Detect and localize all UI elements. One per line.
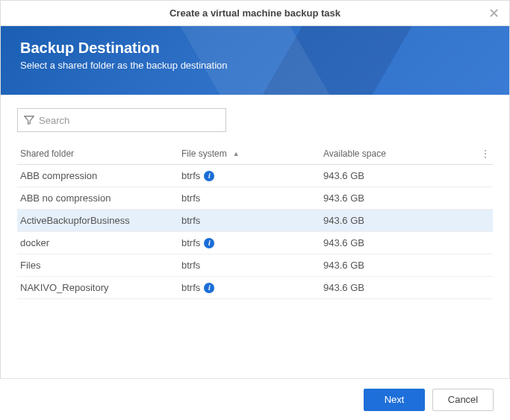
table-body: ABB compressionbtrfsi943.6 GBABB no comp… bbox=[17, 165, 493, 299]
cell-file-system: btrfs bbox=[181, 215, 323, 226]
cell-available-space: 943.6 GB bbox=[323, 282, 478, 293]
cell-shared-folder: docker bbox=[17, 237, 181, 248]
cell-file-system: btrfsi bbox=[181, 170, 323, 181]
cell-file-system: btrfsi bbox=[181, 282, 323, 293]
table-row[interactable]: ActiveBackupforBusinessbtrfs943.6 GB bbox=[17, 210, 493, 232]
cancel-button[interactable]: Cancel bbox=[432, 389, 494, 411]
search-box[interactable] bbox=[17, 108, 226, 132]
page-subtitle: Select a shared folder as the backup des… bbox=[20, 60, 490, 71]
cell-available-space: 943.6 GB bbox=[323, 170, 478, 181]
cell-available-space: 943.6 GB bbox=[323, 192, 478, 204]
table-row[interactable]: ABB no compressionbtrfs943.6 GB bbox=[17, 187, 493, 210]
header-file-system[interactable]: File system ▲ bbox=[181, 148, 323, 159]
next-button[interactable]: Next bbox=[364, 389, 425, 411]
cell-shared-folder: ABB no compression bbox=[17, 192, 181, 204]
cell-file-system: btrfs bbox=[181, 260, 323, 271]
titlebar: Create a virtual machine backup task ✕ bbox=[1, 1, 509, 26]
cell-shared-folder: ActiveBackupforBusiness bbox=[17, 215, 181, 226]
folder-table: Shared folder File system ▲ Available sp… bbox=[17, 142, 493, 299]
header-available-space[interactable]: Available space bbox=[323, 148, 478, 159]
close-icon: ✕ bbox=[488, 5, 500, 22]
page-title: Backup Destination bbox=[20, 40, 490, 57]
table-header: Shared folder File system ▲ Available sp… bbox=[17, 142, 493, 165]
content-area: Shared folder File system ▲ Available sp… bbox=[1, 95, 509, 299]
info-icon[interactable]: i bbox=[204, 238, 214, 248]
sort-ascending-icon: ▲ bbox=[233, 150, 240, 157]
cell-available-space: 943.6 GB bbox=[323, 215, 478, 226]
dialog-footer: Next Cancel bbox=[0, 378, 510, 420]
cell-available-space: 943.6 GB bbox=[323, 237, 478, 248]
cell-shared-folder: ABB compression bbox=[17, 170, 181, 181]
cell-shared-folder: NAKIVO_Repository bbox=[17, 282, 181, 293]
header-shared-folder[interactable]: Shared folder bbox=[17, 148, 181, 159]
cell-file-system: btrfs bbox=[181, 192, 323, 204]
filter-icon bbox=[24, 115, 34, 125]
table-row[interactable]: Filesbtrfs943.6 GB bbox=[17, 254, 493, 277]
info-icon[interactable]: i bbox=[204, 283, 214, 293]
table-row[interactable]: ABB compressionbtrfsi943.6 GB bbox=[17, 165, 493, 187]
table-row[interactable]: dockerbtrfsi943.6 GB bbox=[17, 232, 493, 254]
search-input[interactable] bbox=[39, 115, 220, 126]
cell-available-space: 943.6 GB bbox=[323, 260, 478, 271]
banner: Backup Destination Select a shared folde… bbox=[1, 26, 509, 95]
cell-shared-folder: Files bbox=[17, 260, 181, 271]
header-menu-button[interactable]: ⋮ bbox=[478, 148, 493, 159]
close-button[interactable]: ✕ bbox=[485, 5, 502, 22]
table-row[interactable]: NAKIVO_Repositorybtrfsi943.6 GB bbox=[17, 277, 493, 299]
dialog-title: Create a virtual machine backup task bbox=[170, 7, 340, 19]
cell-file-system: btrfsi bbox=[181, 237, 323, 248]
info-icon[interactable]: i bbox=[204, 171, 214, 181]
